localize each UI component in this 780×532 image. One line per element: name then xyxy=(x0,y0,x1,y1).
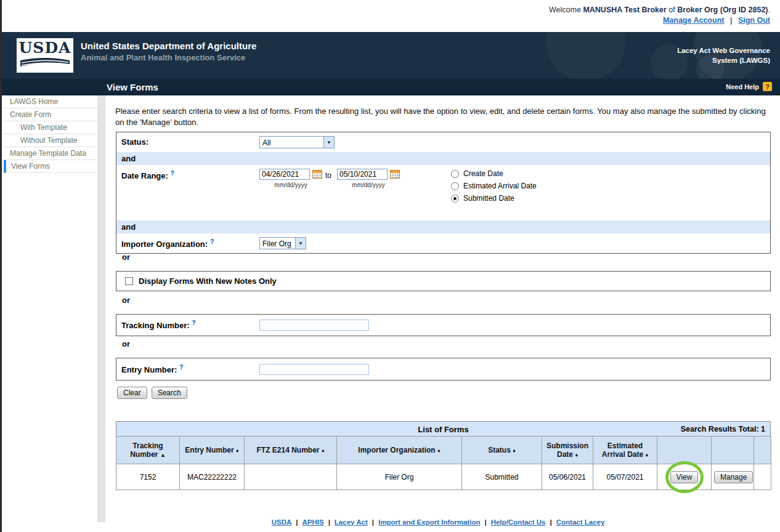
sidebar-item-with-template[interactable]: With Template xyxy=(4,121,97,134)
importer-organization-row: Importer Organization:? Filer Org ▼ xyxy=(116,233,770,253)
clear-button[interactable]: Clear xyxy=(117,387,147,399)
col-header-tracking-number[interactable]: Tracking Number ▲ xyxy=(116,437,180,464)
help-icon[interactable]: ? xyxy=(179,364,183,371)
dropdown-arrow-icon: ▼ xyxy=(295,238,306,249)
topbar: Welcome MANUSHA Test Broker of Broker Or… xyxy=(2,0,780,32)
manage-account-link[interactable]: Manage Account xyxy=(663,16,725,25)
usda-header: USDA United States Department of Agricul… xyxy=(2,32,780,79)
results-section: List of Forms Search Results Total: 1 Tr… xyxy=(116,421,771,490)
status-dropdown[interactable]: All ▼ xyxy=(259,136,335,148)
radio-selected-icon[interactable] xyxy=(451,195,459,203)
org-name: Broker Org (Org ID 2852) xyxy=(677,6,768,14)
col-label: Tracking Number xyxy=(130,441,163,459)
col-header-estimated-arrival-date[interactable]: Estimated Arrival Date ♦ xyxy=(593,437,657,464)
cell-importer-organization: Filer Org xyxy=(337,464,462,490)
tracking-number-box: Tracking Number:? xyxy=(116,314,771,336)
or-separator: or xyxy=(122,252,130,262)
radio-create-date[interactable]: Create Date xyxy=(451,169,537,178)
col-label: Submission Date xyxy=(546,441,588,459)
results-header-row: Tracking Number ▲ Entry Number ♦ FTZ E21… xyxy=(116,437,771,464)
sidebar-item-manage-template-data[interactable]: Manage Template Data xyxy=(4,147,97,160)
date-type-radio-group: Create Date Estimated Arrival Date Submi… xyxy=(451,169,537,203)
cell-entry-number: MAC22222222 xyxy=(180,464,245,490)
sort-icon: ♦ xyxy=(646,452,649,458)
results-total: Search Results Total: 1 xyxy=(681,422,765,437)
footer-link-lacey-act[interactable]: Lacey Act xyxy=(335,518,368,526)
status-row: Status: All ▼ xyxy=(116,132,770,152)
radio-unselected-icon[interactable] xyxy=(451,170,459,178)
cell-submission-date: 05/06/2021 xyxy=(542,464,593,490)
footer-link-help-contact[interactable]: Help/Contact Us xyxy=(491,518,546,526)
col-header-status[interactable]: Status ♦ xyxy=(462,437,542,464)
calendar-icon[interactable] xyxy=(390,170,400,179)
date-from-input[interactable] xyxy=(259,169,310,180)
footer-separator: | xyxy=(372,518,374,526)
col-header-ftz-e214-number[interactable]: FTZ E214 Number ♦ xyxy=(245,437,337,464)
tracking-number-input[interactable] xyxy=(259,320,369,331)
help-icon[interactable]: ? xyxy=(210,238,214,245)
system-title: Lacey Act Web Governance System (LAWGS) xyxy=(677,46,770,65)
col-header-importer-organization[interactable]: Importer Organization ♦ xyxy=(337,437,462,464)
table-row: 7152 MAC22222222 Filer Org Submitted 05/… xyxy=(116,464,771,490)
footer-separator: | xyxy=(550,518,552,526)
col-label: Status xyxy=(488,446,511,454)
date-format-hint: mm/dd/yyyy xyxy=(352,182,384,188)
tracking-number-label-text: Tracking Number: xyxy=(121,321,190,331)
col-label: Estimated Arrival Date xyxy=(602,441,643,459)
footer-separator: | xyxy=(484,518,486,526)
date-from-group: mm/dd/yyyy xyxy=(259,169,322,188)
footer-link-contact-lacey[interactable]: Contact Lacey xyxy=(556,518,605,526)
col-label: Entry Number xyxy=(185,446,234,454)
col-header-entry-number[interactable]: Entry Number ♦ xyxy=(180,437,245,464)
col-label: Importer Organization xyxy=(358,446,435,454)
entry-number-label-text: Entry Number: xyxy=(121,365,177,374)
cell-status: Submitted xyxy=(462,464,542,490)
cell-manage: Manage xyxy=(712,464,754,490)
radio-unselected-icon[interactable] xyxy=(451,182,459,190)
need-help-icon[interactable]: ? xyxy=(763,82,772,91)
col-header-submission-date[interactable]: Submission Date ♦ xyxy=(542,437,593,464)
help-icon[interactable]: ? xyxy=(192,320,196,326)
sidebar-item-without-template[interactable]: Without Template xyxy=(4,134,97,147)
search-button[interactable]: Search xyxy=(152,387,187,399)
importer-organization-dropdown[interactable]: Filer Org ▼ xyxy=(259,237,306,249)
agency-title: United States Department of Agriculture … xyxy=(81,41,256,62)
search-criteria-box: Status: All ▼ and Date Range:? mm/dd/yyy… xyxy=(116,132,771,254)
usda-logo-text: USDA xyxy=(17,40,73,56)
sort-icon: ♦ xyxy=(437,448,441,454)
radio-estimated-arrival-date[interactable]: Estimated Arrival Date xyxy=(451,182,537,190)
entry-number-input[interactable] xyxy=(259,364,369,375)
date-to-label: to xyxy=(325,171,331,180)
radio-submitted-date[interactable]: Submitted Date xyxy=(451,194,537,203)
col-header-manage xyxy=(712,437,754,464)
sidebar-item-view-forms[interactable]: View Forms xyxy=(4,160,97,173)
footer-link-usda[interactable]: USDA xyxy=(272,518,292,526)
instructions-text: Please enter search criteria to view a l… xyxy=(115,106,771,127)
status-selected-value: All xyxy=(260,137,323,148)
cell-tracking-number: 7152 xyxy=(116,464,180,490)
importer-organization-label-text: Importer Organization: xyxy=(121,240,208,249)
tracking-number-label: Tracking Number:? xyxy=(121,320,259,330)
new-notes-checkbox[interactable] xyxy=(125,277,133,285)
footer-link-aphis[interactable]: APHIS xyxy=(302,518,323,526)
or-separator: or xyxy=(122,296,130,305)
results-title: List of Forms xyxy=(418,425,468,434)
page-title: View Forms xyxy=(107,82,158,92)
calendar-icon[interactable] xyxy=(312,170,322,179)
results-table: Tracking Number ▲ Entry Number ♦ FTZ E21… xyxy=(116,436,771,490)
view-button[interactable]: View xyxy=(670,471,699,483)
footer-link-import-export[interactable]: Import and Export Information xyxy=(378,518,480,526)
footer-links: USDA|APHIS|Lacey Act|Import and Export I… xyxy=(105,516,771,527)
sidebar-item-lawgs-home[interactable]: LAWGS Home xyxy=(4,95,97,108)
welcome-prefix: Welcome xyxy=(549,6,581,14)
help-icon[interactable]: ? xyxy=(171,170,174,177)
cell-ftz-e214-number xyxy=(245,464,337,490)
date-range-row: Date Range:? mm/dd/yyyy to mm/dd/yy xyxy=(116,165,770,220)
sort-icon: ♦ xyxy=(575,452,578,458)
sort-icon: ♦ xyxy=(513,448,516,454)
date-to-input[interactable] xyxy=(337,169,388,180)
sidebar-item-create-form[interactable]: Create Form xyxy=(4,108,97,121)
sign-out-link[interactable]: Sign Out xyxy=(738,16,770,25)
need-help[interactable]: Need Help ? xyxy=(726,82,772,91)
manage-button[interactable]: Manage xyxy=(714,471,753,483)
